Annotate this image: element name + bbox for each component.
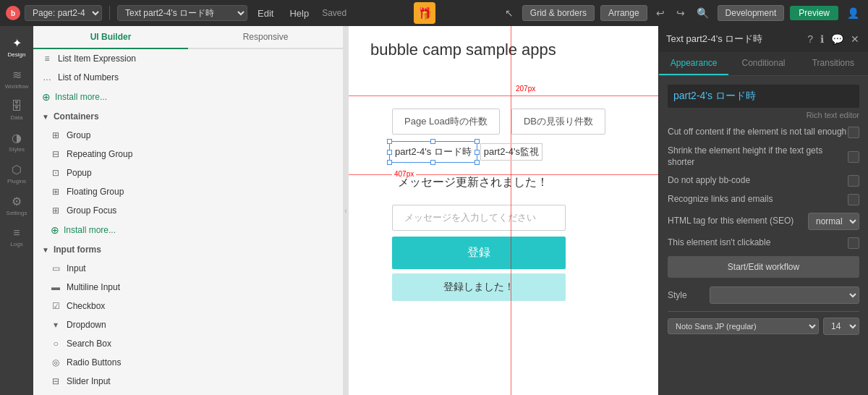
font-size-select[interactable]: 14 bbox=[823, 318, 859, 335]
group-focus-label: Group Focus bbox=[67, 205, 116, 216]
development-btn[interactable]: Development bbox=[718, 5, 785, 21]
info-icon[interactable]: ℹ bbox=[819, 32, 825, 46]
containers-header[interactable]: ▼ Containers bbox=[33, 107, 343, 126]
handle-tl[interactable] bbox=[387, 139, 392, 144]
element-select[interactable]: Text part2-4's ロード時 bbox=[117, 5, 247, 21]
edit-menu[interactable]: Edit bbox=[252, 7, 279, 20]
search-box-icon: ○ bbox=[51, 339, 61, 349]
prop-bb-code-toggle[interactable] bbox=[848, 175, 859, 187]
arrange-btn[interactable]: Arrange bbox=[600, 5, 647, 21]
bubble-logo[interactable]: b bbox=[6, 6, 20, 20]
sidebar-item-slider[interactable]: ⊟ Slider Input bbox=[33, 372, 343, 391]
ui-panel: UI Builder Responsive ≡ List Item Expres… bbox=[33, 26, 343, 395]
sidebar-item-search-box[interactable]: ○ Search Box bbox=[33, 334, 343, 353]
search-box-label: Search Box bbox=[67, 339, 111, 349]
confirm-btn[interactable]: 登録しました！ bbox=[392, 273, 566, 301]
nav-plugins[interactable]: ⬡ Plugins bbox=[2, 158, 31, 189]
prop-shrink-toggle[interactable] bbox=[848, 151, 859, 163]
nav-design[interactable]: ✦ Design bbox=[2, 32, 31, 62]
install-more-2[interactable]: ⊕ Install more... bbox=[33, 220, 343, 240]
topbar-right: ↖ Grid & borders Arrange ↩ ↪ 🔍 Developme… bbox=[502, 5, 862, 21]
adjacent-text[interactable]: part2-4's監視 bbox=[480, 143, 542, 161]
html-tag-select[interactable]: normal bbox=[808, 213, 859, 230]
nav-logs[interactable]: ≡ Logs bbox=[2, 222, 31, 252]
repeating-group-label: Repeating Group bbox=[67, 149, 132, 159]
help-icon[interactable]: ? bbox=[806, 32, 814, 46]
prop-links-label: Recognize links and emails bbox=[668, 194, 848, 205]
prop-cut-off-toggle[interactable] bbox=[848, 127, 859, 138]
tab-responsive[interactable]: Responsive bbox=[188, 26, 343, 49]
sidebar-item-list-of-numbers[interactable]: … List of Numbers bbox=[33, 68, 343, 87]
style-row: Style bbox=[668, 286, 859, 304]
comment-icon[interactable]: 💬 bbox=[830, 32, 845, 46]
tab-ui-builder[interactable]: UI Builder bbox=[33, 26, 188, 49]
guide-h-top bbox=[349, 95, 658, 96]
prop-html-tag-label: HTML tag for this element (SEO) bbox=[668, 216, 808, 227]
handle-tm[interactable] bbox=[430, 139, 435, 144]
prop-links-toggle[interactable] bbox=[848, 194, 859, 205]
sidebar-item-checkbox[interactable]: ☑ Checkbox bbox=[33, 297, 343, 315]
tab-conditional[interactable]: Conditional bbox=[728, 52, 798, 75]
sidebar-item-input[interactable]: ▭ Input bbox=[33, 259, 343, 278]
handle-tr[interactable] bbox=[475, 139, 480, 144]
handle-mr[interactable] bbox=[475, 150, 480, 155]
sidebar-item-popup[interactable]: ⊡ Popup bbox=[33, 163, 343, 182]
sidebar-item-floating-group[interactable]: ⊞ Floating Group bbox=[33, 182, 343, 201]
nav-workflow[interactable]: ≋ Workflow bbox=[2, 64, 31, 94]
cursor-tool[interactable]: ↖ bbox=[502, 6, 516, 20]
nav-data[interactable]: 🗄 Data bbox=[2, 95, 31, 125]
install-more-1-icon: ⊕ bbox=[42, 91, 51, 103]
close-icon[interactable]: ✕ bbox=[849, 32, 861, 46]
canvas-page[interactable]: bubble camp sample apps 207px 407px Page… bbox=[349, 26, 658, 395]
plugins-icon: ⬡ bbox=[12, 163, 22, 177]
logo-text: b bbox=[11, 9, 15, 17]
selected-text[interactable]: part2-4's ロード時 bbox=[392, 144, 475, 160]
sidebar-item-repeating-group[interactable]: ⊟ Repeating Group bbox=[33, 145, 343, 163]
account-btn[interactable]: 👤 bbox=[844, 6, 862, 20]
text-value-input[interactable] bbox=[668, 85, 859, 108]
gift-icon[interactable]: 🎁 bbox=[414, 2, 435, 24]
group-label: Group bbox=[67, 130, 90, 140]
design-icon: ✦ bbox=[12, 36, 22, 50]
nav-styles[interactable]: ◑ Styles bbox=[2, 127, 31, 157]
sidebar-item-group-focus[interactable]: ⊞ Group Focus bbox=[33, 201, 343, 220]
register-btn[interactable]: 登録 bbox=[392, 237, 566, 269]
page-select[interactable]: Page: part2-4 bbox=[25, 5, 102, 21]
saved-status: Saved bbox=[322, 8, 346, 18]
nav-settings[interactable]: ⚙ Settings bbox=[2, 190, 31, 221]
undo-btn[interactable]: ↩ bbox=[653, 6, 668, 20]
prop-clickable-toggle[interactable] bbox=[848, 237, 859, 249]
prop-clickable: This element isn't clickable bbox=[668, 237, 859, 249]
data-icon: 🗄 bbox=[11, 100, 22, 113]
sidebar-item-dropdown[interactable]: ▾ Dropdown bbox=[33, 315, 343, 334]
sidebar-nav: ✦ Design ≋ Workflow 🗄 Data ◑ Styles ⬡ Pl… bbox=[0, 26, 33, 395]
db-watch-box[interactable]: DBの見張り件数 bbox=[511, 109, 605, 135]
prop-bb-code: Do not apply bb-code bbox=[668, 175, 859, 187]
redo-btn[interactable]: ↪ bbox=[673, 6, 688, 20]
search-btn[interactable]: 🔍 bbox=[694, 6, 712, 20]
sidebar-item-radio-buttons[interactable]: ◎ Radio Buttons bbox=[33, 353, 343, 372]
tab-transitions[interactable]: Transitions bbox=[799, 52, 868, 75]
font-select[interactable]: Noto Sans JP (regular) bbox=[668, 318, 819, 334]
sidebar-item-group[interactable]: ⊞ Group bbox=[33, 126, 343, 145]
sidebar-item-datetime[interactable]: 🕐 Date/Time Picker bbox=[33, 391, 343, 395]
grid-borders-btn[interactable]: Grid & borders bbox=[522, 5, 595, 21]
sidebar-item-list-item-expression[interactable]: ≡ List Item Expression bbox=[33, 49, 343, 68]
help-menu[interactable]: Help bbox=[284, 7, 315, 20]
sidebar-item-multiline[interactable]: ▬ Multiline Input bbox=[33, 278, 343, 297]
list-item-expr-label: List Item Expression bbox=[58, 54, 136, 64]
font-row: Noto Sans JP (regular) 14 bbox=[668, 318, 859, 335]
handle-ml[interactable] bbox=[387, 150, 392, 155]
style-select[interactable] bbox=[710, 286, 859, 304]
page-load-box[interactable]: Page Load時の件数 bbox=[392, 109, 500, 135]
topbar: b Page: part2-4 Text part2-4's ロード時 Edit… bbox=[0, 0, 868, 26]
preview-btn[interactable]: Preview bbox=[790, 6, 838, 20]
tab-appearance[interactable]: Appearance bbox=[659, 52, 728, 75]
install-more-1[interactable]: ⊕ Install more... bbox=[33, 87, 343, 107]
prop-shrink: Shrink the element height if the text ge… bbox=[668, 145, 859, 168]
message-input[interactable]: メッセージを入力してください bbox=[392, 205, 566, 231]
radio-buttons-icon: ◎ bbox=[51, 357, 61, 368]
resize-handle[interactable]: ‹ bbox=[343, 26, 349, 395]
workflow-btn[interactable]: Start/Edit workflow bbox=[668, 256, 859, 278]
input-forms-header[interactable]: ▼ Input forms bbox=[33, 240, 343, 259]
